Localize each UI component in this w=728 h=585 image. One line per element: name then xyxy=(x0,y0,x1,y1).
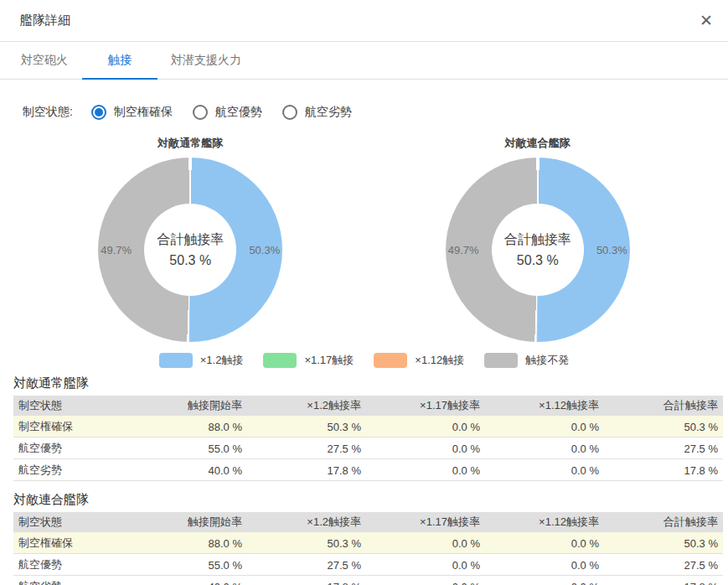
cell: 17.8 % xyxy=(604,576,723,585)
legend-swatch-green xyxy=(263,353,297,368)
cell: 50.3 % xyxy=(604,416,723,437)
legend-swatch-blue xyxy=(159,353,193,368)
legend-label: 触接不発 xyxy=(525,353,569,368)
donut-center-label: 合計触接率 xyxy=(504,231,571,249)
contact-table-combined-fleet: 制空状態 触接開始率 ×1.2触接率 ×1.17触接率 ×1.12触接率 合計触… xyxy=(13,512,723,585)
col-header-x112-rate: ×1.12触接率 xyxy=(485,512,604,532)
slice-label-hit: 50.3% xyxy=(596,244,627,256)
donut-center: 合計触接率 50.3 % xyxy=(492,204,584,296)
cell: 0.0 % xyxy=(485,437,604,459)
chart-block-normal-fleet: 対敵通常艦隊 49.7% 50.3% 合計触接率 50.3 % xyxy=(17,122,364,342)
legend-swatch-orange xyxy=(374,353,407,368)
cell: 0.0 % xyxy=(485,416,604,437)
cell: 27.5 % xyxy=(247,437,366,459)
cell: 0.0 % xyxy=(485,554,604,576)
radio-air-denial[interactable]: 航空劣勢 xyxy=(282,105,352,120)
col-header-x112-rate: ×1.12触接率 xyxy=(485,396,604,416)
cell: 27.5 % xyxy=(247,554,366,576)
radio-label: 制空権確保 xyxy=(114,105,173,120)
slice-label-hit: 50.3% xyxy=(249,244,280,256)
contact-table-normal-fleet: 制空状態 触接開始率 ×1.2触接率 ×1.17触接率 ×1.12触接率 合計触… xyxy=(13,396,723,481)
cell: 0.0 % xyxy=(366,532,485,554)
radio-label: 航空優勢 xyxy=(215,105,262,120)
col-header-air-state: 制空状態 xyxy=(13,512,128,532)
radio-air-supremacy[interactable]: 制空権確保 xyxy=(91,105,173,120)
radio-icon xyxy=(193,105,208,120)
radio-icon xyxy=(282,105,297,120)
cell: 55.0 % xyxy=(128,437,247,459)
table-row-air-denial: 航空劣勢 40.0 % 17.8 % 0.0 % 0.0 % 17.8 % xyxy=(13,576,723,585)
cell: 0.0 % xyxy=(366,459,485,481)
table-row-air-supremacy: 制空権確保 88.0 % 50.3 % 0.0 % 0.0 % 50.3 % xyxy=(13,416,723,437)
table-header-row: 制空状態 触接開始率 ×1.2触接率 ×1.17触接率 ×1.12触接率 合計触… xyxy=(13,512,723,532)
cell: 制空権確保 xyxy=(13,416,128,437)
col-header-x12-rate: ×1.2触接率 xyxy=(247,396,366,416)
cell: 40.0 % xyxy=(128,459,247,481)
chart-block-combined-fleet: 対敵連合艦隊 49.7% 50.3% 合計触接率 50.3 % xyxy=(364,122,712,342)
cell: 0.0 % xyxy=(366,437,485,459)
col-header-total-rate: 合計触接率 xyxy=(604,512,723,532)
cell: 55.0 % xyxy=(128,554,247,576)
radio-label: 航空劣勢 xyxy=(305,105,352,120)
donut-chart-combined-fleet: 49.7% 50.3% 合計触接率 50.3 % xyxy=(446,158,630,342)
table-header-row: 制空状態 触接開始率 ×1.2触接率 ×1.17触接率 ×1.12触接率 合計触… xyxy=(13,396,723,416)
legend-item-miss: 触接不発 xyxy=(484,353,569,368)
close-icon[interactable]: ✕ xyxy=(700,13,713,28)
cell: 27.5 % xyxy=(604,554,723,576)
air-state-label: 制空状態: xyxy=(23,105,73,120)
tab-asw-support[interactable]: 対潜支援火力 xyxy=(157,42,255,79)
radio-air-superiority[interactable]: 航空優勢 xyxy=(193,105,262,120)
chart-title: 対敵連合艦隊 xyxy=(505,136,571,151)
slice-label-miss: 49.7% xyxy=(101,244,132,256)
cell: 航空優勢 xyxy=(13,554,128,576)
section-title-combined-fleet: 対敵連合艦隊 xyxy=(13,492,728,508)
col-header-start-rate: 触接開始率 xyxy=(128,512,247,532)
col-header-x12-rate: ×1.2触接率 xyxy=(247,512,366,532)
col-header-x117-rate: ×1.17触接率 xyxy=(366,512,485,532)
legend-label: ×1.2触接 xyxy=(200,353,244,368)
legend-label: ×1.17触接 xyxy=(304,353,354,368)
legend-item-x117: ×1.17触接 xyxy=(263,353,354,368)
donut-center-value: 50.3 % xyxy=(169,253,211,268)
table-row-air-supremacy: 制空権確保 88.0 % 50.3 % 0.0 % 0.0 % 50.3 % xyxy=(13,532,723,554)
cell: 0.0 % xyxy=(485,459,604,481)
col-header-start-rate: 触接開始率 xyxy=(128,396,247,416)
legend-swatch-gray xyxy=(484,353,518,368)
cell: 17.8 % xyxy=(247,576,366,585)
cell: 航空優勢 xyxy=(13,437,128,459)
cell: 航空劣勢 xyxy=(13,576,128,585)
dialog-header: 艦隊詳細 ✕ xyxy=(0,0,728,42)
chart-legend: ×1.2触接 ×1.17触接 ×1.12触接 触接不発 xyxy=(0,353,728,368)
cell: 17.8 % xyxy=(604,459,723,481)
dialog-title: 艦隊詳細 xyxy=(20,13,70,28)
cell: 50.3 % xyxy=(604,532,723,554)
table-row-air-denial: 航空劣勢 40.0 % 17.8 % 0.0 % 0.0 % 17.8 % xyxy=(13,459,723,481)
donut-center-value: 50.3 % xyxy=(517,253,559,268)
radio-icon xyxy=(91,105,106,120)
legend-item-x112: ×1.12触接 xyxy=(374,353,464,368)
tab-bar: 対空砲火 触接 対潜支援火力 xyxy=(0,42,728,80)
donut-chart-normal-fleet: 49.7% 50.3% 合計触接率 50.3 % xyxy=(98,158,282,342)
donut-center: 合計触接率 50.3 % xyxy=(144,204,236,296)
cell: 0.0 % xyxy=(485,532,604,554)
col-header-x117-rate: ×1.17触接率 xyxy=(366,396,485,416)
cell: 0.0 % xyxy=(366,416,485,437)
chart-title: 対敵通常艦隊 xyxy=(157,136,223,151)
cell: 0.0 % xyxy=(366,576,485,585)
donut-center-label: 合計触接率 xyxy=(157,231,224,249)
charts-row: 対敵通常艦隊 49.7% 50.3% 合計触接率 50.3 % 対敵連合艦隊 4… xyxy=(0,122,728,342)
cell: 制空権確保 xyxy=(13,532,128,554)
air-state-radio-group: 制空状態: 制空権確保 航空優勢 航空劣勢 xyxy=(23,102,728,122)
legend-label: ×1.12触接 xyxy=(415,353,464,368)
table-row-air-superiority: 航空優勢 55.0 % 27.5 % 0.0 % 0.0 % 27.5 % xyxy=(13,554,723,576)
slice-label-miss: 49.7% xyxy=(448,244,479,256)
tab-anti-air[interactable]: 対空砲火 xyxy=(7,42,82,79)
cell: 40.0 % xyxy=(128,576,247,585)
tab-contact[interactable]: 触接 xyxy=(82,42,157,79)
cell: 航空劣勢 xyxy=(13,459,128,481)
cell: 17.8 % xyxy=(247,459,366,481)
cell: 88.0 % xyxy=(128,416,247,437)
section-title-normal-fleet: 対敵通常艦隊 xyxy=(13,375,728,391)
cell: 0.0 % xyxy=(485,576,604,585)
cell: 88.0 % xyxy=(128,532,247,554)
